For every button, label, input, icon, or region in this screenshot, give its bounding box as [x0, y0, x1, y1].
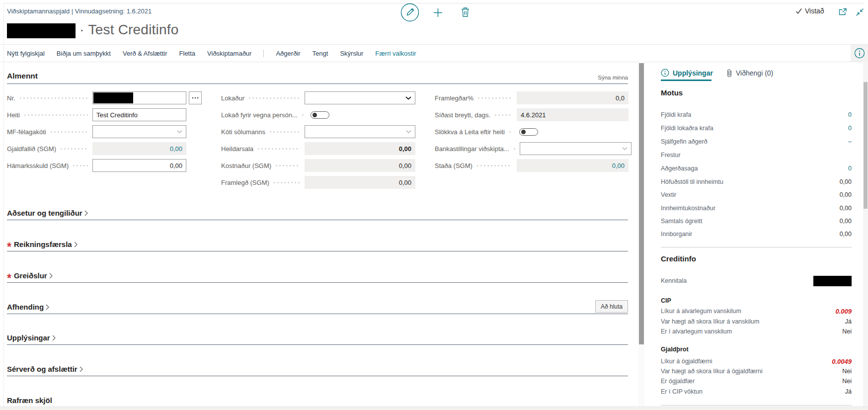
factbox-value: 0.0049 — [832, 358, 852, 365]
factbox-label: Líkur á ógjaldfærni — [661, 358, 712, 365]
chevron-down-icon — [405, 96, 411, 100]
fasttab-reikningsfaersla[interactable]: * Reikningsfærsla — [7, 238, 628, 251]
title-text: Test Creditinfo — [88, 22, 179, 37]
tab-vidhengi[interactable]: Viðhengi (0) — [726, 69, 773, 78]
stada-value[interactable]: 0,00 — [612, 162, 625, 169]
factbox-label: Er í CIP vöktun — [661, 388, 703, 395]
factbox-value: 0,00 — [840, 205, 852, 212]
menu-item-nytt-fylgiskjal[interactable]: Nýtt fylgiskjal — [7, 50, 45, 57]
saved-label: Vistað — [805, 7, 824, 15]
koti-solumanns-combobox[interactable] — [305, 125, 415, 138]
factbox-value: 0,00 — [840, 218, 852, 225]
required-asterisk: * — [7, 276, 11, 281]
sidast-breytt-field: 4.6.2021 — [517, 108, 629, 121]
adhluta-badge[interactable]: Að hluta — [595, 300, 628, 313]
factbox-label: Frestur — [661, 152, 681, 159]
fasttab-label: Aðsetur og tengiliður — [7, 209, 82, 217]
menu-item-vidskiptamadur[interactable]: Viðskiptamaður — [207, 50, 251, 57]
collapse-icon[interactable] — [856, 8, 864, 18]
fasttab-afhending[interactable]: Afhending Að hluta — [7, 300, 628, 314]
main-scrollbar-thumb[interactable] — [639, 63, 644, 344]
heildarsala-value[interactable]: 0,00 — [399, 145, 411, 153]
dotted-leader — [257, 148, 300, 150]
breadcrumb[interactable]: Viðskiptamannaspjald | Vinnudagsetning: … — [7, 7, 152, 15]
new-button[interactable] — [433, 7, 443, 20]
show-less-link[interactable]: Sýna minna — [553, 75, 628, 81]
dotted-leader — [275, 165, 300, 166]
delete-button[interactable] — [461, 7, 470, 19]
dotted-leader — [60, 148, 88, 150]
hamarksskuld-input[interactable]: 0,00 — [92, 159, 186, 172]
factbox-label: Samtals ógreitt — [661, 218, 702, 225]
field-label-framlegd: Framlegð (SGM) — [221, 179, 269, 186]
factbox-value[interactable]: 0 — [848, 125, 852, 132]
menu-item-tengt[interactable]: Tengt — [313, 50, 328, 57]
tab-upplysingar[interactable]: Upplýsingar — [661, 69, 713, 77]
dotted-leader — [72, 165, 88, 166]
field-label-hamarksskuld: Hámarksskuld (SGM) — [7, 162, 69, 169]
heiti-value: Test Creditinfo — [96, 111, 138, 119]
required-asterisk: * — [7, 245, 11, 249]
factbox-value: Já — [845, 318, 852, 325]
popout-icon[interactable] — [839, 8, 847, 17]
edit-button[interactable] — [400, 3, 419, 22]
mf-felagakoti-combobox[interactable] — [92, 125, 186, 138]
field-label-mf-felagakoti: MF-félagakóti — [7, 128, 46, 136]
paperclip-icon — [726, 69, 732, 78]
factbox-label: Höfuðstóll til innheimtu — [661, 178, 723, 185]
fasttab-almennt-header[interactable]: Almennt — [7, 72, 38, 81]
lokad-fyrir-toggle[interactable] — [311, 111, 329, 119]
framlegd-value: 0,00 — [399, 179, 411, 186]
framlegdar-pct-field: 0,0 — [517, 91, 629, 104]
field-label-kostnadur: Kostnaður (SGM) — [221, 162, 271, 169]
factbox-scrollbar-track[interactable] — [863, 62, 868, 407]
menu-item-skyrslur[interactable]: Skýrslur — [340, 50, 363, 57]
factbox-value[interactable]: – — [848, 138, 852, 145]
factbox-value[interactable]: 0 — [848, 111, 852, 118]
menu-item-bidja-um-samthykkt[interactable]: Biðja um samþykkt — [57, 50, 111, 57]
lokadur-select[interactable] — [305, 91, 415, 104]
fasttab-label: Reikningsfærsla — [14, 240, 72, 248]
menu-item-fletta[interactable]: Fletta — [179, 50, 196, 57]
menu-item-faerri-valkostir[interactable]: Færri valkostir — [375, 50, 416, 57]
factbox-value: Nei — [842, 368, 852, 375]
fasttab-rafraen-skjol[interactable]: Rafræn skjöl — [7, 394, 628, 408]
fasttab-label: Upplýsingar — [7, 333, 50, 342]
plus-icon — [433, 7, 443, 18]
check-icon — [795, 8, 802, 14]
dotted-leader — [23, 114, 88, 116]
nr-lookup-button[interactable] — [189, 91, 202, 104]
factbox-label: Fjöldi lokaðra krafa — [661, 125, 713, 132]
factbox-value[interactable]: 0 — [848, 165, 852, 172]
factbox-scrollbar-thumb[interactable] — [864, 82, 868, 209]
slokkva-leita-toggle[interactable] — [519, 128, 538, 136]
fasttab-label: Sérverð og afslættir — [7, 365, 78, 373]
fasttab-label: Greiðslur — [14, 271, 47, 280]
fasttab-serverd-og-afslaettir[interactable]: Sérverð og afslættir — [7, 362, 628, 376]
factbox-subgroup-gjaldthrot: Gjaldþrot — [661, 346, 689, 353]
fasttab-adsetur-og-tengilidur[interactable]: Aðsetur og tengiliður — [7, 206, 628, 220]
sidast-breytt-value: 4.6.2021 — [521, 111, 546, 119]
factbox-value: Nei — [842, 328, 852, 335]
dotted-leader — [301, 114, 304, 116]
menu-item-adgerdir[interactable]: Aðgerðir — [276, 50, 300, 57]
fasttab-upplysingar[interactable]: Upplýsingar — [7, 331, 628, 345]
redacted-customer-number — [7, 23, 76, 38]
window-top-border — [3, 3, 865, 3]
kostnadur-value: 0,00 — [399, 162, 411, 169]
factbox-label: Fjöldi krafa — [661, 111, 691, 118]
gjaldfallid-value[interactable]: 0,00 — [170, 145, 182, 153]
page-title: · Test Creditinfo — [79, 22, 178, 38]
menu-item-verd-afslaettir[interactable]: Verð & Afslættir — [123, 50, 167, 57]
chevron-right-icon — [46, 304, 49, 310]
chevron-down-icon — [622, 147, 628, 150]
heiti-input[interactable]: Test Creditinfo — [92, 108, 186, 121]
bankastillingar-combobox[interactable] — [520, 142, 631, 155]
field-label-nr: Nr. — [7, 94, 15, 102]
factbox-toggle-button[interactable] — [851, 45, 868, 62]
fasttab-greidslur[interactable]: * Greiðslur — [7, 269, 628, 283]
nr-input[interactable] — [92, 91, 186, 104]
almennt-underline — [7, 83, 628, 84]
main-scrollbar-track[interactable] — [638, 62, 644, 407]
factbox-label: Kennitala — [661, 277, 687, 284]
